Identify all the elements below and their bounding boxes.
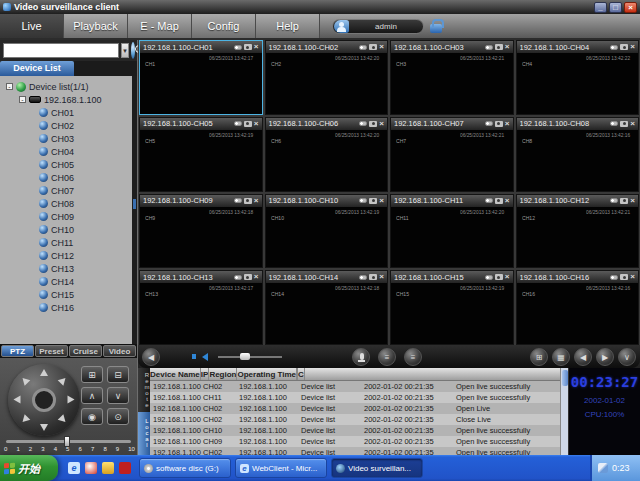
video-cell-body[interactable]: 06/25/2013 13:42:17 CH13 [140,283,262,344]
window-control-button[interactable]: × [624,2,637,13]
record-icon[interactable] [485,198,493,203]
record-icon[interactable] [234,121,242,126]
log-row[interactable]: 192.168.1.100 CH09 192.168.1.100 Device … [150,436,560,447]
snapshot-icon[interactable] [244,198,252,204]
ptz-function-button[interactable]: ⊟ [107,366,129,383]
nav-tab[interactable]: Config [192,14,256,38]
close-icon[interactable]: × [630,43,635,51]
video-cell[interactable]: 192.168.1.100-CH14 × 06/25/2013 13:42:18… [265,270,389,345]
close-icon[interactable]: × [379,197,384,205]
collapse-left-icon[interactable]: ◀ [142,348,160,366]
close-icon[interactable]: × [379,120,384,128]
ptz-down-left-icon[interactable] [20,414,31,425]
tree-channel-item[interactable]: CH06 [6,171,137,184]
search-icon[interactable] [131,42,135,59]
collapse-icon[interactable]: - [19,96,26,103]
close-icon[interactable]: × [254,197,259,205]
taskbar-task-button[interactable]: Video surveillan... [331,458,423,478]
device-search-input[interactable] [3,43,119,58]
snapshot-icon[interactable] [244,274,252,280]
close-icon[interactable]: × [505,43,510,51]
nav-tab[interactable]: E - Map [128,14,192,38]
record-icon[interactable] [359,198,367,203]
ptz-up-icon[interactable] [40,369,48,376]
log-row[interactable]: 192.168.1.100 CH02 192.168.1.100 Device … [150,381,560,392]
video-cell[interactable]: 192.168.1.100-CH01 × 06/25/2013 13:42:17… [139,40,263,115]
window-control-button[interactable]: _ [594,2,607,13]
log-row[interactable]: 192.168.1.100 CH02 192.168.1.100 Device … [150,447,560,455]
volume-thumb[interactable] [240,353,250,360]
control-tab[interactable]: Preset [35,345,68,357]
video-cell[interactable]: 192.168.1.100-CH04 × 06/25/2013 13:42:22… [516,40,640,115]
snapshot-icon[interactable] [369,198,377,204]
log-column-header[interactable]: C [298,368,305,380]
tree-channel-item[interactable]: CH08 [6,197,137,210]
nav-tab[interactable]: Live [0,14,64,38]
video-cell[interactable]: 192.168.1.100-CH15 × 06/25/2013 13:42:19… [390,270,514,345]
record-icon[interactable] [234,198,242,203]
record-icon[interactable] [610,198,618,203]
tree-channel-item[interactable]: CH14 [6,275,137,288]
tree-channel-item[interactable]: CH10 [6,223,137,236]
speaker-icon[interactable] [202,353,208,361]
snapshot-icon[interactable] [495,274,503,280]
snapshot-icon[interactable] [620,121,628,127]
log-row[interactable]: 192.168.1.100 CH11 192.168.1.100 Device … [150,392,560,403]
collapse-icon[interactable]: - [6,83,13,90]
video-cell-body[interactable]: 06/25/2013 13:42:19 CH10 [266,207,388,268]
tree-channel-item[interactable]: CH01 [6,106,137,119]
window-control-button[interactable]: □ [609,2,622,13]
ptz-left-icon[interactable] [14,396,21,404]
video-cell[interactable]: 192.168.1.100-CH13 × 06/25/2013 13:42:17… [139,270,263,345]
close-icon[interactable]: × [379,273,384,281]
snapshot-icon[interactable] [369,121,377,127]
close-icon[interactable]: × [505,197,510,205]
close-icon[interactable]: × [505,273,510,281]
video-cell-body[interactable]: 06/25/2013 13:42:22 CH4 [517,53,639,114]
video-cell-body[interactable]: 06/25/2013 13:42:19 CH5 [140,130,262,191]
close-icon[interactable]: × [630,120,635,128]
video-cell-body[interactable]: 06/25/2013 13:42:17 CH1 [140,53,262,114]
snapshot-icon[interactable] [620,44,628,50]
log-tab[interactable]: Local [138,412,150,456]
snapshot-icon[interactable] [620,198,628,204]
tree-channel-item[interactable]: CH09 [6,210,137,223]
layout-button[interactable]: ∨ [618,348,636,366]
video-cell[interactable]: 192.168.1.100-CH12 × 06/25/2013 13:42:21… [516,194,640,269]
video-cell[interactable]: 192.168.1.100-CH03 × 06/25/2013 13:42:21… [390,40,514,115]
video-cell-body[interactable]: 06/25/2013 13:42:16 CH16 [517,283,639,344]
log-row[interactable]: 192.168.1.100 CH02 192.168.1.100 Device … [150,414,560,425]
tree-channel-item[interactable]: CH03 [6,132,137,145]
log-column-header[interactable]: Operating Time [237,368,297,380]
video-cell[interactable]: 192.168.1.100-CH06 × 06/25/2013 13:42:20… [265,117,389,192]
tree-channel-item[interactable]: CH15 [6,288,137,301]
close-icon[interactable]: × [254,273,259,281]
video-cell-body[interactable]: 06/25/2013 13:42:20 CH6 [266,130,388,191]
record-icon[interactable] [610,45,618,50]
snapshot-icon[interactable] [495,44,503,50]
record-icon[interactable] [485,45,493,50]
video-cell-body[interactable]: 06/25/2013 13:42:18 CH9 [140,207,262,268]
ptz-up-right-icon[interactable] [58,375,69,386]
tree-channel-item[interactable]: CH05 [6,158,137,171]
video-cell[interactable]: 192.168.1.100-CH07 × 06/25/2013 13:42:21… [390,117,514,192]
log-column-header[interactable]: Region [209,368,237,380]
close-icon[interactable]: × [630,197,635,205]
snapshot-icon[interactable] [244,121,252,127]
record-icon[interactable] [234,275,242,280]
log-scrollbar[interactable] [560,368,568,455]
tree-channel-item[interactable]: CH11 [6,236,137,249]
ptz-function-button[interactable]: ⊙ [107,408,129,425]
log-column-header[interactable]: IP [201,368,210,380]
taskbar-task-button[interactable]: e WebClient - Micr... [235,458,327,478]
volume-slider[interactable] [218,356,282,358]
close-icon[interactable]: × [505,120,510,128]
video-cell[interactable]: 192.168.1.100-CH08 × 06/25/2013 13:42:16… [516,117,640,192]
control-tab[interactable]: Cruise [69,345,102,357]
sidebar-scrollbar[interactable] [132,76,137,344]
tree-channel-item[interactable]: CH02 [6,119,137,132]
log-row[interactable]: 192.168.1.100 CH10 192.168.1.100 Device … [150,425,560,436]
record-icon[interactable] [359,275,367,280]
ptz-center-button[interactable] [32,388,56,412]
video-cell-body[interactable]: 06/25/2013 13:42:21 CH12 [517,207,639,268]
